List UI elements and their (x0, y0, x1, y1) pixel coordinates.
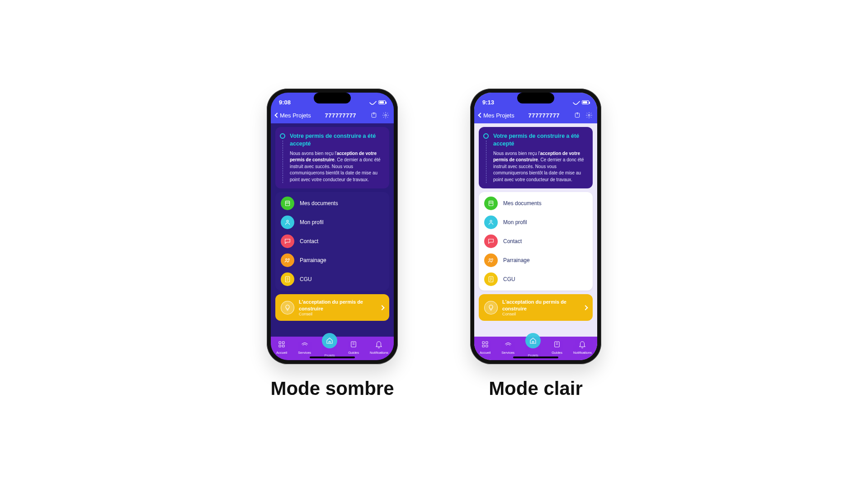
back-button[interactable]: Mes Projets (275, 112, 311, 119)
menu-item-parrainage[interactable]: Parrainage (281, 253, 384, 267)
profile-icon (281, 216, 294, 229)
documents-icon (484, 197, 498, 210)
menu-item-label: Contact (300, 238, 318, 244)
menu-item-profile[interactable]: Mon profil (484, 216, 587, 229)
tab-notifications[interactable]: Notifications (370, 340, 388, 355)
timeline-line (486, 141, 486, 183)
svg-rect-19 (482, 342, 485, 344)
screen-light: 9:13 Mes Projets 777777777 (474, 93, 597, 360)
tab-services[interactable]: Services (298, 340, 311, 355)
battery-icon (582, 99, 589, 106)
menu-item-label: Mes documents (300, 200, 338, 206)
svg-rect-7 (279, 342, 281, 344)
menu-item-cgu[interactable]: CGU (484, 272, 587, 286)
guides-icon (553, 340, 561, 350)
tab-bar: AccueilServicesProjetsGuidesNotification… (474, 337, 597, 360)
svg-rect-21 (482, 345, 485, 347)
chevron-right-icon (583, 305, 588, 310)
tip-title: L'acceptation du permis de construire (299, 299, 376, 312)
status-time: 9:13 (482, 99, 494, 106)
tip-card[interactable]: L'acceptation du permis de construire Co… (479, 294, 593, 321)
svg-point-16 (489, 259, 491, 260)
menu-item-contact[interactable]: Contact (281, 235, 384, 248)
tab-projets[interactable]: Projets (525, 338, 541, 357)
cgu-icon (281, 272, 294, 286)
menu-item-label: CGU (503, 276, 515, 282)
tab-label: Accueil (276, 351, 287, 355)
tab-notifications[interactable]: Notifications (573, 340, 592, 355)
gear-icon[interactable] (585, 112, 593, 119)
home-icon (525, 333, 541, 348)
timeline (280, 132, 285, 183)
app-header: Mes Projets 777777777 (474, 109, 597, 123)
tab-projets[interactable]: Projets (322, 338, 337, 357)
services-icon (301, 340, 309, 350)
svg-point-13 (588, 114, 590, 116)
svg-point-15 (490, 221, 492, 222)
tab-label: Notifications (370, 351, 388, 355)
menu-item-label: Mon profil (503, 219, 527, 225)
share-icon[interactable] (370, 112, 377, 119)
tab-label: Notifications (573, 351, 592, 355)
content-area: Votre permis de construire a été accepté… (271, 123, 394, 337)
tab-guides[interactable]: Guides (552, 340, 562, 355)
services-icon (504, 340, 512, 350)
tab-bar: AccueilServicesProjetsGuidesNotification… (271, 337, 394, 360)
timeline (483, 132, 489, 183)
tab-label: Guides (552, 351, 562, 355)
notice-title: Votre permis de construire a été accepté (493, 132, 587, 148)
menu-item-parrainage[interactable]: Parrainage (484, 253, 587, 267)
back-label: Mes Projets (280, 112, 311, 119)
tip-card[interactable]: L'acceptation du permis de construire Co… (275, 294, 389, 321)
tab-label: Accueil (480, 351, 491, 355)
notifications-icon (375, 340, 383, 350)
share-icon[interactable] (574, 112, 581, 119)
accueil-icon (278, 340, 286, 350)
menu-item-label: Parrainage (503, 257, 530, 263)
parrainage-icon (281, 253, 294, 267)
caption-dark: Mode sombre (270, 378, 394, 399)
svg-rect-20 (486, 342, 488, 344)
tab-guides[interactable]: Guides (348, 340, 359, 355)
notice-card[interactable]: Votre permis de construire a été accepté… (479, 127, 593, 188)
menu-item-contact[interactable]: Contact (484, 235, 587, 248)
tab-accueil[interactable]: Accueil (480, 340, 491, 355)
phone-frame-light: 9:13 Mes Projets 777777777 (470, 89, 601, 364)
battery-icon (378, 99, 386, 106)
dark-column: 9:08 Mes Projets 777777777 (267, 89, 398, 399)
gear-icon[interactable] (382, 112, 389, 119)
accueil-icon (481, 340, 489, 350)
dynamic-island (517, 93, 554, 103)
menu-item-label: Mon profil (300, 219, 324, 225)
svg-point-4 (286, 259, 287, 260)
notice-card[interactable]: Votre permis de construire a été accepté… (275, 127, 389, 188)
home-icon (322, 333, 337, 348)
menu-item-documents[interactable]: Mes documents (281, 197, 384, 210)
content-area: Votre permis de construire a été accepté… (474, 123, 597, 337)
menu-item-profile[interactable]: Mon profil (281, 216, 384, 229)
back-button[interactable]: Mes Projets (479, 112, 514, 119)
back-label: Mes Projets (483, 112, 514, 119)
menu-item-label: Mes documents (503, 200, 542, 206)
light-column: 9:13 Mes Projets 777777777 (470, 89, 601, 399)
guides-icon (349, 340, 358, 350)
svg-rect-10 (283, 345, 285, 347)
menu-item-label: CGU (300, 276, 312, 282)
tab-services[interactable]: Services (501, 340, 514, 355)
menu-item-cgu[interactable]: CGU (281, 272, 384, 286)
tab-accueil[interactable]: Accueil (276, 340, 287, 355)
wifi-icon (573, 99, 580, 106)
caption-light: Mode clair (489, 378, 583, 399)
home-indicator (310, 357, 355, 358)
svg-point-5 (288, 259, 289, 260)
chevron-right-icon (379, 305, 384, 310)
svg-point-1 (385, 114, 387, 116)
chevron-left-icon (478, 113, 483, 117)
menu-item-documents[interactable]: Mes documents (484, 197, 587, 210)
menu-card: Mes documentsMon profilContactParrainage… (479, 192, 593, 291)
menu-card: Mes documentsMon profilContactParrainage… (275, 192, 389, 291)
stage: 9:08 Mes Projets 777777777 (0, 0, 868, 488)
timeline-line (283, 141, 283, 183)
notice-text: Nous avons bien reçu l'acception de votr… (493, 150, 587, 183)
notice-title: Votre permis de construire a été accepté (290, 132, 384, 148)
